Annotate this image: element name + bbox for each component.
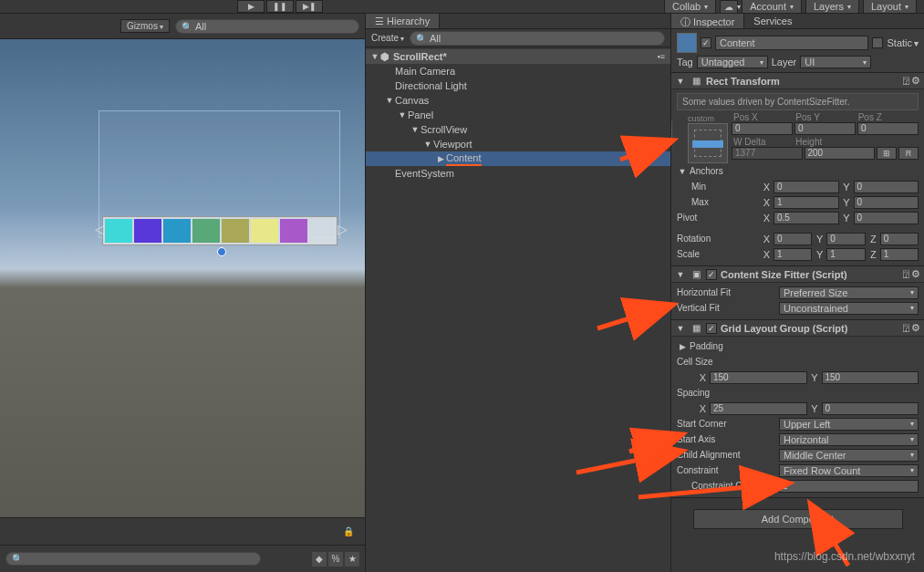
- scale-z[interactable]: 1: [880, 248, 919, 261]
- add-component-button[interactable]: Add Component: [693, 509, 903, 529]
- constraint-count-field[interactable]: 1: [779, 480, 919, 493]
- play-button[interactable]: ▶: [237, 0, 265, 13]
- scene-view[interactable]: ◁ ▷: [0, 39, 365, 517]
- scene-row[interactable]: ▼⬢ ScrollRect* ▪≡: [366, 49, 670, 64]
- object-name-field[interactable]: Content: [715, 36, 868, 50]
- footer-icon-1[interactable]: ◆: [312, 552, 327, 567]
- collab-dropdown[interactable]: Collab: [664, 0, 716, 14]
- start-axis-dropdown[interactable]: Horizontal: [779, 433, 919, 446]
- anchor-max-y[interactable]: 0: [854, 196, 919, 209]
- anchor-max-x[interactable]: 1: [773, 196, 839, 209]
- step-button[interactable]: ▶❚: [296, 0, 323, 13]
- help-icon[interactable]: ⍰: [903, 268, 909, 280]
- component-header[interactable]: ▼▦ Rect Transform ⍰⚙: [671, 73, 924, 89]
- tab-services[interactable]: Services: [744, 14, 801, 28]
- vertical-fit-dropdown[interactable]: Unconstrained: [779, 302, 919, 315]
- footer-icon-3[interactable]: ★: [345, 552, 359, 567]
- anchor-min-y[interactable]: 0: [854, 181, 919, 193]
- tab-inspector[interactable]: ⓘ Inspector: [671, 14, 744, 28]
- component-content-size-fitter: ▼▣ Content Size Fitter (Script) ⍰⚙ Horiz…: [671, 266, 924, 320]
- scroll-content-preview: [102, 216, 337, 245]
- constraint-dropdown[interactable]: Fixed Row Count: [779, 464, 919, 477]
- layout-dropdown[interactable]: Layout: [863, 0, 917, 14]
- anchor-handle-left[interactable]: ◁: [95, 222, 105, 236]
- anchor-handle-right[interactable]: ▷: [337, 222, 348, 236]
- anchor-preset[interactable]: [688, 123, 728, 163]
- component-header[interactable]: ▼▣ Content Size Fitter (Script) ⍰⚙: [671, 266, 924, 283]
- spacing-x[interactable]: 25: [710, 402, 807, 415]
- rot-x[interactable]: 0: [773, 233, 812, 245]
- tree-item[interactable]: ▼Panel: [366, 108, 670, 122]
- tree-item[interactable]: ▼ScrollView: [366, 122, 670, 137]
- unity-icon: ⬢: [380, 51, 389, 63]
- tree-item[interactable]: Directional Light: [366, 78, 670, 93]
- pause-button[interactable]: ❚❚: [266, 0, 294, 13]
- cell-x[interactable]: 150: [710, 371, 807, 384]
- lock-icon: 🔒: [343, 526, 354, 536]
- static-checkbox[interactable]: [872, 37, 883, 48]
- static-label[interactable]: Static ▾: [887, 37, 919, 48]
- pos-x-field[interactable]: 0: [732, 122, 793, 135]
- scene-search[interactable]: 🔍 All: [175, 19, 359, 34]
- tree-item[interactable]: Main Camera: [366, 64, 670, 78]
- pos-y-field[interactable]: 0: [794, 122, 856, 135]
- tree-item[interactable]: ▼Canvas: [366, 93, 670, 108]
- cloud-button[interactable]: ☁: [720, 0, 738, 14]
- gameobject-icon[interactable]: [677, 33, 697, 53]
- rot-z[interactable]: 0: [880, 233, 919, 245]
- spacing-y[interactable]: 0: [822, 402, 919, 415]
- account-dropdown[interactable]: Account: [742, 0, 802, 14]
- component-header[interactable]: ▼▦ Grid Layout Group (Script) ⍰⚙: [671, 320, 924, 337]
- raw-button[interactable]: R: [898, 147, 919, 160]
- horizontal-fit-dropdown[interactable]: Preferred Size: [779, 286, 919, 299]
- driven-info: Some values driven by ContentSizeFitter.: [677, 93, 919, 110]
- help-icon[interactable]: ⍰: [903, 322, 909, 334]
- tree-item[interactable]: EventSystem: [366, 166, 670, 181]
- inspector-panel: ⓘ Inspector Services Content Static ▾ Ta…: [671, 14, 924, 572]
- layers-dropdown[interactable]: Layers: [805, 0, 859, 14]
- anchor-min-x[interactable]: 0: [773, 181, 839, 193]
- tree-item[interactable]: ▼Viewport: [366, 137, 670, 151]
- pivot-handle[interactable]: [217, 247, 226, 256]
- pivot-x[interactable]: 0.5: [773, 212, 839, 224]
- height-field[interactable]: 200: [805, 147, 876, 160]
- tree-item-selected[interactable]: ▶Content: [366, 151, 670, 166]
- hierarchy-tree: ▼⬢ ScrollRect* ▪≡ Main Camera Directiona…: [366, 47, 670, 572]
- create-dropdown[interactable]: Create: [371, 33, 404, 43]
- gear-icon[interactable]: ⚙: [911, 322, 920, 334]
- rot-y[interactable]: 0: [826, 233, 865, 245]
- start-corner-dropdown[interactable]: Upper Left: [779, 418, 919, 431]
- tag-dropdown[interactable]: Untagged: [697, 56, 768, 68]
- component-enabled-checkbox[interactable]: [706, 269, 717, 280]
- rect-transform-icon: ▦: [690, 75, 702, 88]
- scale-y[interactable]: 1: [826, 248, 865, 261]
- active-checkbox[interactable]: [701, 37, 711, 48]
- watermark: https://blog.csdn.net/wbxxnyt: [774, 550, 915, 563]
- component-rect-transform: ▼▦ Rect Transform ⍰⚙ Some values driven …: [671, 73, 924, 266]
- grid-icon: ▦: [690, 322, 702, 335]
- cell-y[interactable]: 150: [822, 371, 919, 384]
- child-alignment-dropdown[interactable]: Middle Center: [779, 449, 919, 462]
- project-search[interactable]: 🔍: [5, 552, 261, 566]
- scale-x[interactable]: 1: [773, 248, 812, 261]
- gear-icon[interactable]: ⚙: [911, 268, 920, 280]
- hierarchy-panel: ☰ Hierarchy Create 🔍 All ▼⬢ ScrollRect* …: [365, 14, 671, 572]
- width-field: 1377: [732, 147, 803, 160]
- scene-panel: Gizmos 🔍 All ◁ ▷ 🔒 🔍 ◆: [0, 14, 365, 572]
- blueprint-button[interactable]: ⊞: [877, 147, 897, 160]
- main-toolbar: ▶ ❚❚ ▶❚ Collab ☁ Account Layers Layout: [0, 0, 924, 14]
- inspector-header: Content Static ▾ Tag Untagged Layer UI: [671, 29, 924, 73]
- footer-icon-2[interactable]: %: [328, 552, 343, 567]
- script-icon: ▣: [690, 268, 702, 281]
- component-enabled-checkbox[interactable]: [706, 323, 717, 334]
- play-controls: ▶ ❚❚ ▶❚: [237, 0, 323, 13]
- gear-icon[interactable]: ⚙: [911, 75, 920, 87]
- hierarchy-search[interactable]: 🔍 All: [410, 31, 665, 46]
- help-icon[interactable]: ⍰: [903, 75, 909, 87]
- pos-z-field[interactable]: 0: [857, 122, 919, 135]
- pivot-y[interactable]: 0: [854, 212, 919, 224]
- layer-dropdown[interactable]: UI: [800, 56, 871, 68]
- component-grid-layout-group: ▼▦ Grid Layout Group (Script) ⍰⚙ ▶Paddin…: [671, 320, 924, 498]
- gizmos-dropdown[interactable]: Gizmos: [120, 19, 170, 33]
- tab-hierarchy[interactable]: ☰ Hierarchy: [366, 14, 440, 28]
